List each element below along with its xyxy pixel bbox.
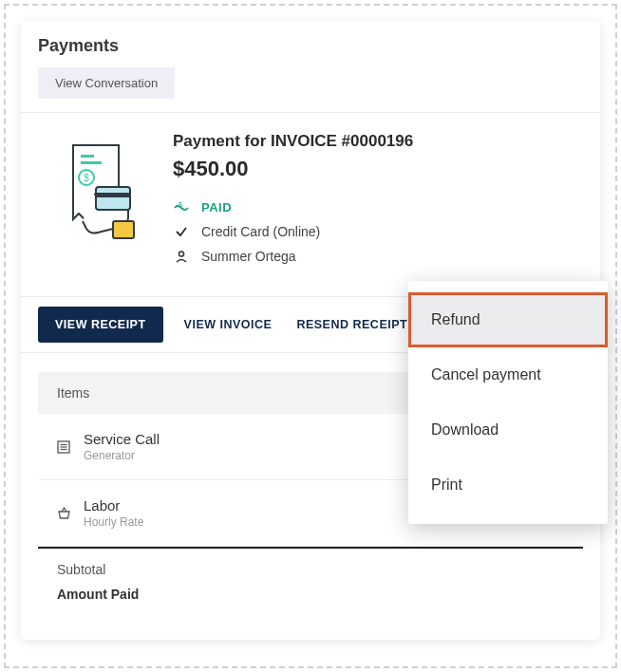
page-title: Payments xyxy=(38,36,583,56)
subtotal-row: Subtotal xyxy=(57,562,564,577)
menu-item-download[interactable]: Download xyxy=(408,402,608,457)
method-row: Credit Card (Online) xyxy=(173,224,583,239)
col-items-header: Items xyxy=(57,385,384,401)
svg-text:$: $ xyxy=(179,202,182,208)
customer-row: Summer Ortega xyxy=(173,249,583,264)
item-name: Service Call xyxy=(84,431,384,447)
menu-item-print[interactable]: Print xyxy=(408,457,608,513)
payment-method: Credit Card (Online) xyxy=(201,224,320,239)
item-sub: Hourly Rate xyxy=(84,515,384,529)
payment-summary: $ Payment for INVOICE #0000196 $450.00 $… xyxy=(21,113,600,296)
resend-receipt-button[interactable]: RESEND RECEIPT xyxy=(292,308,411,341)
svg-rect-7 xyxy=(113,221,134,238)
svg-rect-5 xyxy=(96,187,130,210)
payment-title: Payment for INVOICE #0000196 xyxy=(173,132,583,151)
status-row: $ PAID xyxy=(173,200,583,215)
svg-rect-2 xyxy=(81,161,102,164)
receipt-illustration: $ xyxy=(47,132,152,273)
item-name: Labor xyxy=(84,497,384,513)
view-conversation-button[interactable]: View Conversation xyxy=(38,67,175,99)
svg-text:$: $ xyxy=(84,173,89,183)
view-invoice-button[interactable]: VIEW INVOICE xyxy=(180,308,276,341)
amount-paid-row: Amount Paid xyxy=(57,587,564,602)
totals-section: Subtotal Amount Paid xyxy=(38,547,583,602)
row-main: Labor Hourly Rate xyxy=(84,497,384,529)
svg-rect-1 xyxy=(81,155,94,158)
basket-icon xyxy=(57,507,84,520)
row-main: Service Call Generator xyxy=(84,431,384,462)
item-sub: Generator xyxy=(84,449,384,462)
customer-name: Summer Ortega xyxy=(201,249,296,264)
more-actions-menu: Refund Cancel payment Download Print xyxy=(408,281,608,524)
menu-item-cancel-payment[interactable]: Cancel payment xyxy=(408,347,608,402)
amount-paid-label: Amount Paid xyxy=(57,587,139,602)
list-icon xyxy=(57,440,84,454)
person-icon xyxy=(173,250,190,263)
svg-point-9 xyxy=(179,252,183,256)
card-header: Payments View Conversation xyxy=(21,21,600,113)
check-icon xyxy=(173,225,190,238)
subtotal-label: Subtotal xyxy=(57,562,105,577)
payment-amount: $450.00 xyxy=(173,157,583,181)
status-badge: PAID xyxy=(201,200,232,215)
svg-rect-6 xyxy=(96,193,130,197)
view-receipt-button[interactable]: VIEW RECEIPT xyxy=(38,307,163,343)
paid-icon: $ xyxy=(173,202,190,214)
summary-body: Payment for INVOICE #0000196 $450.00 $ P… xyxy=(152,132,583,273)
menu-item-refund[interactable]: Refund xyxy=(408,292,608,347)
